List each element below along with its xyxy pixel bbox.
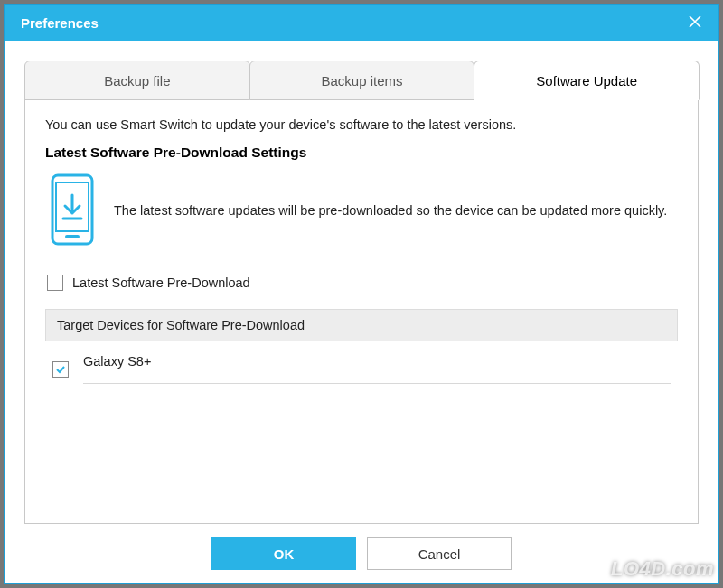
watermark-text: LO4D.com xyxy=(611,557,714,581)
cancel-button-label: Cancel xyxy=(418,546,461,562)
section-heading: Latest Software Pre-Download Settings xyxy=(45,145,678,161)
tab-backup-items[interactable]: Backup items xyxy=(249,61,475,100)
window-title: Preferences xyxy=(21,15,99,31)
phone-download-icon xyxy=(51,173,94,249)
device-name: Galaxy S8+ xyxy=(83,354,671,384)
close-icon[interactable] xyxy=(684,14,706,33)
intro-text: You can use Smart Switch to update your … xyxy=(45,117,678,132)
description-row: The latest software updates will be pre-… xyxy=(45,173,678,249)
tab-label: Backup file xyxy=(104,73,170,89)
description-text: The latest software updates will be pre-… xyxy=(114,201,667,220)
tab-software-update[interactable]: Software Update xyxy=(474,61,700,100)
predownload-checkbox[interactable] xyxy=(47,275,63,291)
dialog-body: Backup file Backup items Software Update… xyxy=(5,41,718,583)
predownload-checkbox-label: Latest Software Pre-Download xyxy=(72,275,250,290)
svg-rect-2 xyxy=(65,235,80,238)
tab-backup-file[interactable]: Backup file xyxy=(24,61,250,100)
device-row: Galaxy S8+ xyxy=(45,341,678,389)
tab-label: Backup items xyxy=(321,73,402,89)
dialog-footer: OK Cancel xyxy=(24,524,699,583)
tab-content: You can use Smart Switch to update your … xyxy=(24,99,699,524)
preferences-window: Preferences Backup file Backup items Sof… xyxy=(4,4,719,584)
tab-label: Software Update xyxy=(536,73,637,89)
title-bar: Preferences xyxy=(5,5,718,41)
tab-strip: Backup file Backup items Software Update xyxy=(24,61,699,100)
device-checkbox[interactable] xyxy=(52,361,69,378)
predownload-checkbox-row: Latest Software Pre-Download xyxy=(45,275,678,291)
ok-button[interactable]: OK xyxy=(211,537,356,570)
cancel-button[interactable]: Cancel xyxy=(367,537,512,570)
ok-button-label: OK xyxy=(274,546,295,562)
target-devices-header: Target Devices for Software Pre-Download xyxy=(45,309,678,341)
